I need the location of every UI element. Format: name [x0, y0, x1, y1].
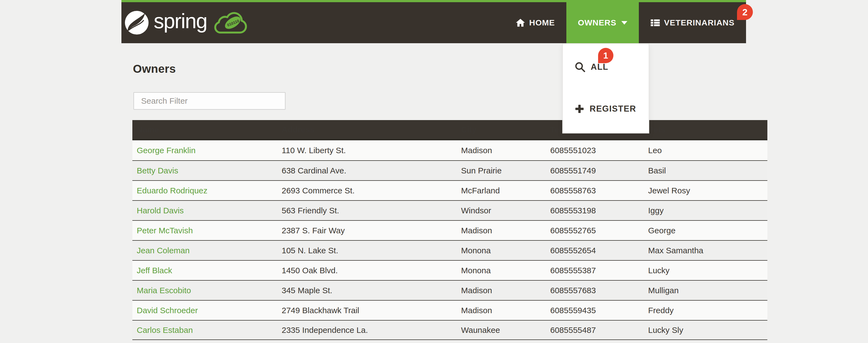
column-header-city: City	[457, 125, 546, 134]
owner-telephone-cell: 6085555387	[546, 261, 644, 280]
owner-telephone-cell: 6085553198	[546, 201, 644, 220]
nav-item-owners[interactable]: OWNERS	[566, 2, 639, 43]
nav-item-home[interactable]: HOME	[504, 2, 566, 43]
table-header-row: Name Address City Telephone Pets	[132, 120, 767, 140]
plus-icon	[574, 104, 585, 114]
owner-name-link-cell: Harold Davis	[132, 201, 277, 220]
owner-pets-cell: Basil	[644, 161, 767, 180]
owner-address-cell: 2387 S. Fair Way	[277, 221, 457, 240]
owner-city-cell: Madison	[457, 281, 546, 300]
owner-city-cell: McFarland	[457, 181, 546, 200]
nav-items: HOME OWNERS VETERINARIANS	[504, 2, 746, 43]
navbar: spring 010110 HOME OWNERS	[121, 0, 746, 43]
owner-name-link[interactable]: Peter McTavish	[137, 226, 193, 235]
table-row: Peter McTavish2387 S. Fair WayMadison608…	[132, 220, 767, 240]
owner-address-cell: 105 N. Lake St.	[277, 241, 457, 260]
owner-city-cell: Sun Prairie	[457, 161, 546, 180]
owner-name-link-cell: Carlos Estaban	[132, 320, 277, 339]
table-row: Harold Davis563 Friendly St.Windsor60855…	[132, 200, 767, 220]
spring-cloud-icon: 010110	[212, 9, 248, 36]
table-row: Eduardo Rodriquez2693 Commerce St.McFarl…	[132, 180, 767, 200]
search-icon	[574, 61, 586, 73]
owner-pets-cell: Lucky	[644, 261, 767, 280]
owner-pets-cell: Leo	[644, 140, 767, 160]
owner-name-link[interactable]: Jeff Black	[137, 266, 172, 275]
owner-address-cell: 2335 Independence La.	[277, 320, 457, 339]
owner-address-cell: 638 Cardinal Ave.	[277, 161, 457, 180]
owner-name-link-cell: Maria Escobito	[132, 281, 277, 300]
owner-name-link-cell: George Franklin	[132, 140, 277, 160]
brand-text: spring	[154, 9, 207, 33]
owners-table: Name Address City Telephone Pets George …	[132, 120, 767, 340]
owner-name-link-cell: Jeff Black	[132, 261, 277, 280]
owner-telephone-cell: 6085552654	[546, 241, 644, 260]
owner-name-link[interactable]: Maria Escobito	[137, 286, 191, 295]
owner-name-link[interactable]: Harold Davis	[137, 206, 184, 215]
table-row: George Franklin110 W. Liberty St.Madison…	[132, 140, 767, 160]
owner-address-cell: 1450 Oak Blvd.	[277, 261, 457, 280]
owner-city-cell: Monona	[457, 261, 546, 280]
owner-pets-cell: Lucky Sly	[644, 320, 767, 339]
dropdown-item-register[interactable]: REGISTER	[563, 97, 649, 121]
brand-logo[interactable]: spring 010110	[124, 2, 248, 43]
owner-name-link-cell: David Schroeder	[132, 301, 277, 320]
owner-address-cell: 563 Friendly St.	[277, 201, 457, 220]
owner-address-cell: 345 Maple St.	[277, 281, 457, 300]
table-row: David Schroeder2749 Blackhawk TrailMadis…	[132, 300, 767, 320]
nav-item-label: VETERINARIANS	[664, 18, 735, 27]
owner-city-cell: Madison	[457, 140, 546, 160]
list-icon	[650, 18, 660, 28]
owner-name-link-cell: Peter McTavish	[132, 221, 277, 240]
owner-pets-cell: George	[644, 221, 767, 240]
owner-name-link[interactable]: George Franklin	[137, 146, 195, 155]
owner-city-cell: Madison	[457, 221, 546, 240]
spring-leaf-icon	[124, 10, 149, 35]
search-filter-input[interactable]	[133, 92, 285, 110]
table-row: Maria Escobito345 Maple St.Madison608555…	[132, 280, 767, 300]
owner-telephone-cell: 6085559435	[546, 301, 644, 320]
owner-telephone-cell: 6085551749	[546, 161, 644, 180]
owner-telephone-cell: 6085552765	[546, 221, 644, 240]
owner-pets-cell: Iggy	[644, 201, 767, 220]
owner-name-link[interactable]: David Schroeder	[137, 306, 198, 315]
all-owners-count-badge: 1	[598, 48, 613, 63]
owner-name-link[interactable]: Jean Coleman	[137, 246, 189, 255]
table-row: Jean Coleman105 N. Lake St.Monona6085552…	[132, 240, 767, 260]
owner-name-link-cell: Eduardo Rodriquez	[132, 181, 277, 200]
owner-name-link-cell: Betty Davis	[132, 161, 277, 180]
owner-pets-cell: Freddy	[644, 301, 767, 320]
owner-pets-cell: Max Samantha	[644, 241, 767, 260]
owner-address-cell: 2749 Blackhawk Trail	[277, 301, 457, 320]
owner-city-cell: Monona	[457, 241, 546, 260]
page-title: Owners	[133, 62, 176, 75]
column-header-address: Address	[277, 125, 457, 134]
owner-city-cell: Madison	[457, 301, 546, 320]
owner-name-link[interactable]: Carlos Estaban	[137, 325, 193, 335]
table-row: Betty Davis638 Cardinal Ave.Sun Prairie6…	[132, 160, 767, 180]
owner-name-link[interactable]: Betty Davis	[137, 166, 178, 175]
owners-table-body: George Franklin110 W. Liberty St.Madison…	[132, 140, 767, 340]
nav-item-veterinarians[interactable]: VETERINARIANS	[639, 2, 746, 43]
column-header-name: Name	[132, 125, 277, 134]
owner-pets-cell: Jewel Rosy	[644, 181, 767, 200]
home-icon	[516, 18, 525, 28]
petclinic-owners-page: { "colors": { "navbar_bg": "#38322c", "a…	[0, 0, 868, 343]
owner-telephone-cell: 6085555487	[546, 320, 644, 339]
navbar-green-strip	[121, 0, 746, 2]
dropdown-item-label: ALL	[591, 62, 609, 72]
nav-item-label: HOME	[529, 18, 555, 27]
owner-telephone-cell: 6085558763	[546, 181, 644, 200]
owner-name-link[interactable]: Eduardo Rodriquez	[137, 186, 208, 195]
owner-telephone-cell: 6085557683	[546, 281, 644, 300]
nav-item-label: OWNERS	[578, 18, 616, 27]
owner-telephone-cell: 6085551023	[546, 140, 644, 160]
table-row: Jeff Black1450 Oak Blvd.Monona6085555387…	[132, 260, 767, 280]
veterinarians-count-badge: 2	[737, 4, 753, 20]
table-row: Carlos Estaban2335 Independence La.Wauna…	[132, 320, 767, 340]
owner-address-cell: 110 W. Liberty St.	[277, 140, 457, 160]
dropdown-item-label: REGISTER	[590, 104, 636, 114]
owner-pets-cell: Mulligan	[644, 281, 767, 300]
owner-city-cell: Windsor	[457, 201, 546, 220]
chevron-down-icon	[621, 21, 627, 25]
owner-name-link-cell: Jean Coleman	[132, 241, 277, 260]
